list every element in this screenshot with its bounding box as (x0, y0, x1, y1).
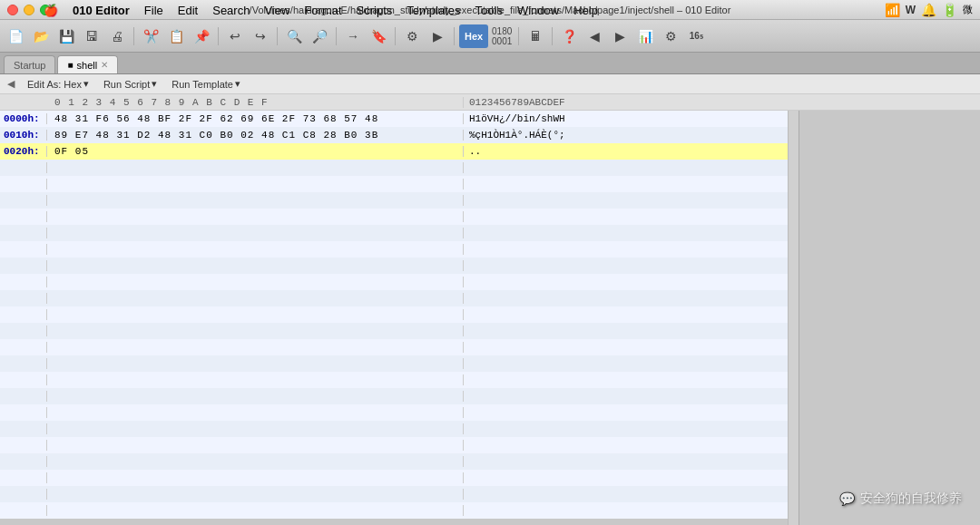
compile-btn[interactable]: ⚙ (400, 24, 424, 48)
hex-ascii-cell (463, 277, 788, 287)
run-btn[interactable]: ▶ (426, 24, 449, 48)
help-btn[interactable]: ❓ (557, 24, 581, 48)
hex-bytes-cell (47, 472, 463, 483)
paste-btn[interactable]: 📌 (190, 24, 213, 48)
hex-offset-cell (0, 423, 47, 434)
hex-ascii-cell (463, 423, 788, 434)
table-row[interactable]: 0010h:89 E7 48 31 D2 48 31 C0 B0 02 48 C… (0, 127, 788, 143)
w-icon: W (906, 4, 916, 16)
open-btn[interactable]: 📂 (29, 24, 53, 48)
hex-editor: 0 1 2 3 4 5 6 7 8 9 A B C D E F 01234567… (0, 94, 980, 525)
shell-tab-close[interactable]: ✕ (101, 60, 108, 70)
run-script-btn[interactable]: Run Script ▾ (100, 77, 161, 91)
hex-ascii-cell (463, 456, 788, 467)
hex-bytes-cell (47, 326, 463, 336)
hex-offset-cell (0, 456, 47, 467)
hex-ascii-cell (463, 211, 788, 222)
chart-btn[interactable]: 📊 (633, 24, 657, 48)
hex-offset-cell (0, 407, 47, 418)
hex-offset-cell (0, 309, 47, 320)
hex-bytes-cell (47, 309, 463, 320)
table-row (0, 209, 788, 225)
nav-fwd-btn[interactable]: ▶ (608, 24, 632, 48)
hex-offset-cell (0, 489, 47, 500)
sep1 (133, 27, 134, 45)
hex-bytes-cell (47, 277, 463, 287)
settings-btn[interactable]: ⚙ (659, 24, 682, 48)
hex-offset-cell (0, 277, 47, 287)
hex-bytes-cell[interactable]: 48 31 F6 56 48 BF 2F 2F 62 69 6E 2F 73 6… (47, 113, 463, 124)
hex-bytes-cell[interactable]: 89 E7 48 31 D2 48 31 C0 B0 02 48 C1 C8 2… (47, 130, 463, 141)
hex-bytes-cell (47, 195, 463, 206)
hex-column-header: 0 1 2 3 4 5 6 7 8 9 A B C D E F 01234567… (0, 94, 980, 111)
sep4 (336, 27, 337, 45)
table-row[interactable]: 0020h:0F 05.. (0, 143, 788, 160)
hex-bytes-cell (47, 342, 463, 353)
hex-ascii-cell (463, 407, 788, 418)
table-row[interactable]: 0000h:48 31 F6 56 48 BF 2F 2F 62 69 6E 2… (0, 111, 788, 127)
table-row (0, 339, 788, 355)
tab-startup[interactable]: Startup (4, 55, 55, 73)
goto-btn[interactable]: → (341, 24, 365, 48)
vertical-scrollbar[interactable] (788, 111, 799, 525)
run-template-btn[interactable]: Run Template ▾ (168, 77, 244, 91)
bookmark-btn[interactable]: 🔖 (367, 24, 390, 48)
hex-offset-cell (0, 440, 47, 451)
new-btn[interactable]: 📄 (4, 24, 27, 48)
watermark: 💬 安全狗的自我修养 (839, 491, 962, 507)
hex-bytes-cell (47, 505, 463, 516)
undo-btn[interactable]: ↩ (223, 24, 247, 48)
table-row (0, 160, 788, 176)
hex-bytes-cell (47, 260, 463, 271)
hex-ascii-cell: .. (463, 146, 788, 157)
hex16-btn[interactable]: 16₅ (684, 24, 708, 48)
hex-offset-cell (0, 374, 47, 385)
hex-offset-cell (0, 391, 47, 402)
save-btn[interactable]: 💾 (54, 24, 78, 48)
menu-apple[interactable]: 🍎 (36, 0, 65, 20)
hex-ascii-cell (463, 162, 788, 173)
hex-bytes-cell (47, 228, 463, 238)
nav-back-btn[interactable]: ◀ (583, 24, 606, 48)
hex-ascii-cell (463, 260, 788, 271)
menu-file[interactable]: File (137, 0, 171, 20)
edit-as-btn[interactable]: Edit As: Hex ▾ (24, 77, 93, 91)
hex-offset-cell: 0010h: (0, 130, 47, 141)
hex-view-btn[interactable]: Hex (459, 24, 488, 48)
calc-btn[interactable]: 🖩 (524, 24, 547, 48)
search-btn[interactable]: 🔍 (282, 24, 306, 48)
hex-offset-cell (0, 211, 47, 222)
table-row (0, 241, 788, 258)
menu-edit[interactable]: Edit (171, 0, 205, 20)
hex-ascii-cell (463, 244, 788, 255)
startup-tab-label: Startup (14, 60, 45, 71)
table-row (0, 290, 788, 306)
hex-bytes-cell[interactable]: 0F 05 (47, 146, 463, 157)
copy-btn[interactable]: 📋 (164, 24, 188, 48)
redo-btn[interactable]: ↪ (249, 24, 272, 48)
search2-btn[interactable]: 🔎 (308, 24, 331, 48)
table-row (0, 258, 788, 274)
print-btn[interactable]: 🖨 (105, 24, 129, 48)
sep8 (552, 27, 553, 45)
edit-as-label: Edit As: Hex (27, 79, 82, 90)
ascii-header: 0123456789ABCDEF (463, 97, 565, 108)
hex-offset-cell (0, 326, 47, 336)
sub-nav-left[interactable]: ◀ (5, 78, 16, 90)
cut-btn[interactable]: ✂️ (139, 24, 162, 48)
run-template-label: Run Template (172, 79, 233, 90)
hex-ascii-cell (463, 505, 788, 516)
time-icon: 微 (963, 3, 973, 16)
tabs-bar: Startup ■ shell ✕ (0, 53, 980, 74)
hex-ascii-cell (463, 342, 788, 353)
tab-shell[interactable]: ■ shell ✕ (57, 55, 118, 73)
hex-bytes-cell (47, 374, 463, 385)
table-row (0, 323, 788, 339)
hex-ascii-cell: %çH1ÒH1À°.HÁÈ(°; (463, 130, 788, 141)
menu-app-name[interactable]: 010 Editor (65, 0, 137, 20)
bin-view-btn[interactable]: 01800001 (490, 24, 514, 48)
minimize-button[interactable] (24, 5, 34, 15)
close-button[interactable] (7, 5, 18, 15)
title-bar: 🍎 010 Editor File Edit Search View Forma… (0, 0, 980, 20)
save2-btn[interactable]: 🖫 (80, 24, 103, 48)
